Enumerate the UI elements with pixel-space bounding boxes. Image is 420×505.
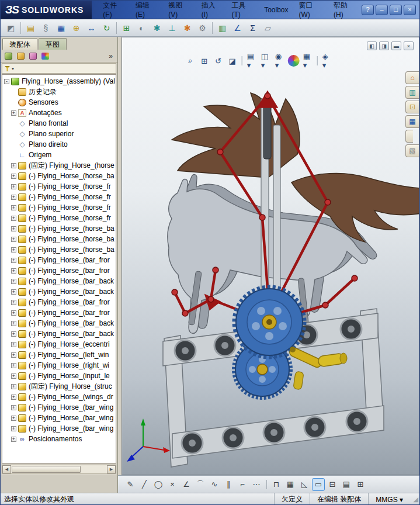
reference-geometry-icon[interactable]: ⊥ bbox=[165, 21, 179, 35]
table-icon[interactable]: ⊟ bbox=[326, 478, 339, 491]
hide-show-items-icon[interactable]: ◉ ▾ bbox=[274, 55, 286, 67]
custom-properties-icon[interactable]: ▧ bbox=[405, 144, 419, 157]
corner-rectangle-icon[interactable]: ⌐ bbox=[236, 478, 249, 491]
assembly-model[interactable] bbox=[122, 37, 419, 475]
tree-expander[interactable]: + bbox=[11, 416, 16, 421]
tree-expander[interactable]: + bbox=[11, 363, 16, 368]
tree-expander[interactable] bbox=[11, 153, 16, 158]
insert-component-icon[interactable]: ⊞ bbox=[119, 21, 134, 35]
tree-item[interactable]: + (-) Flying_Horse_(eccentri bbox=[2, 339, 116, 350]
line-icon[interactable]: ╱ bbox=[138, 478, 151, 491]
resize-grip[interactable]: ◢ bbox=[410, 496, 419, 503]
input-crank-part[interactable] bbox=[289, 347, 347, 390]
tree-expander[interactable]: + bbox=[11, 437, 16, 442]
tree-expander[interactable]: + bbox=[11, 184, 16, 189]
tree-expander[interactable] bbox=[11, 121, 16, 126]
tree-item[interactable]: 历史记录 bbox=[2, 87, 116, 97]
parallel-icon[interactable]: ∥ bbox=[222, 478, 235, 491]
tree-item[interactable]: - Flying_Horse_(assembly) (Val bbox=[2, 76, 116, 87]
view-orientation-icon[interactable]: ▤ ▾ bbox=[246, 55, 258, 67]
tree-expander[interactable]: + bbox=[11, 352, 16, 358]
filter-caret-icon[interactable]: ▾ bbox=[12, 66, 14, 71]
tree-expander[interactable]: + bbox=[11, 373, 16, 379]
tree-expander[interactable] bbox=[11, 132, 16, 137]
grid-icon[interactable]: ▦ bbox=[284, 478, 297, 491]
close-icon[interactable]: × bbox=[404, 5, 416, 15]
tree-expander[interactable]: + bbox=[11, 216, 16, 221]
tree-item[interactable]: + (-) Flying_Horse_(input_le bbox=[2, 371, 116, 381]
tree-item[interactable]: + (-) Flying_Horse_(horse_fr bbox=[2, 213, 116, 223]
tree-expander[interactable]: + bbox=[11, 331, 16, 337]
appearance-icon[interactable] bbox=[288, 55, 300, 67]
tree-expander[interactable]: + bbox=[11, 384, 16, 389]
tree-item[interactable]: + (-) Flying_Horse_(bar_fror bbox=[2, 265, 116, 276]
tree-item[interactable]: Plano superior bbox=[2, 129, 116, 139]
section-view-icon[interactable]: ◪ bbox=[227, 55, 238, 67]
tree-item[interactable]: Origem bbox=[2, 150, 116, 160]
cells-icon[interactable]: ⊞ bbox=[354, 478, 367, 491]
tree-expander[interactable] bbox=[11, 142, 16, 147]
tree-item[interactable]: + (-) Flying_Horse_(bar_wing bbox=[2, 423, 116, 434]
tree-expander[interactable]: + bbox=[11, 289, 16, 295]
tree-expander[interactable]: - bbox=[4, 79, 9, 84]
tree-expander[interactable]: + bbox=[11, 226, 16, 231]
toolbar-separator[interactable] bbox=[114, 21, 119, 35]
toolbar-separator[interactable] bbox=[19, 21, 23, 35]
tree-item[interactable]: Plano frontal bbox=[2, 118, 116, 129]
toolbar-separator[interactable] bbox=[210, 21, 214, 35]
zoom-fit-icon[interactable]: ⌕ bbox=[185, 55, 196, 67]
tree-item[interactable]: + (-) Flying_Horse_(horse_ba bbox=[2, 223, 116, 234]
resources-icon[interactable]: ⌂ bbox=[405, 71, 419, 84]
tree-expander[interactable]: + bbox=[11, 405, 16, 410]
tree-item[interactable]: + (-) Flying_Horse_(bar_back bbox=[2, 286, 116, 297]
file-explorer-icon[interactable]: ⊡ bbox=[405, 101, 419, 113]
menu-item[interactable]: 编辑(E) bbox=[130, 0, 163, 21]
zoom-area-icon[interactable]: ⊞ bbox=[199, 55, 210, 67]
tree-item[interactable]: Sensores bbox=[2, 97, 116, 108]
section-properties-icon[interactable]: ▱ bbox=[261, 21, 275, 35]
tree-item[interactable]: + (-) Flying_Horse_(horse_fr bbox=[2, 181, 116, 192]
maximize-icon[interactable]: □ bbox=[390, 5, 402, 15]
move-component-icon[interactable]: ↔ bbox=[84, 21, 99, 35]
smart-fasteners-icon[interactable]: ⊕ bbox=[69, 21, 84, 35]
tree-expander[interactable] bbox=[11, 89, 16, 95]
hud-separator[interactable] bbox=[241, 55, 244, 67]
sketchbar-separator[interactable] bbox=[264, 478, 269, 491]
menu-item[interactable]: 帮助(H) bbox=[328, 0, 362, 21]
interference-detection-icon[interactable]: ⚙ bbox=[195, 21, 210, 35]
tree-expander[interactable]: + bbox=[11, 342, 16, 347]
tree-expander[interactable]: + bbox=[11, 195, 16, 200]
minimize-doc-icon[interactable]: ◨ bbox=[379, 41, 389, 50]
tree-item[interactable]: + (-) Flying_Horse_(horse_ba bbox=[2, 234, 116, 244]
tree-item[interactable]: + (-) Flying_Horse_(horse_fr bbox=[2, 192, 116, 202]
status-units[interactable]: MMGS ▾ bbox=[368, 493, 410, 505]
tree-item[interactable]: + (-) Flying_Horse_(bar_back bbox=[2, 276, 116, 286]
tree-expander[interactable]: + bbox=[11, 237, 16, 242]
tree-item[interactable]: + (-) Flying_Horse_(wings_dr bbox=[2, 392, 116, 402]
tree-item[interactable]: + (固定) Flying_Horse_(horse bbox=[2, 160, 116, 171]
tree-item[interactable]: + (-) Flying_Horse_(left_win bbox=[2, 350, 116, 360]
exploded-view-icon[interactable]: ✱ bbox=[180, 21, 195, 35]
appearances-icon[interactable] bbox=[405, 130, 413, 143]
minimize-icon[interactable]: – bbox=[376, 5, 388, 15]
more-tools-icon[interactable]: ⋯ bbox=[250, 478, 263, 491]
feature-tree-tab-icon[interactable] bbox=[3, 51, 13, 61]
erase-icon[interactable]: × bbox=[166, 478, 179, 491]
bill-of-materials-icon[interactable]: ▥ bbox=[215, 21, 230, 35]
tree-item[interactable]: + (-) Flying_Horse_(bar_back bbox=[2, 328, 116, 339]
trim-icon[interactable]: ⊓ bbox=[270, 478, 283, 491]
scene-icon[interactable]: ▦ ▾ bbox=[302, 55, 314, 67]
arc-icon[interactable]: ⌒ bbox=[194, 478, 207, 491]
graphics-area[interactable]: ◧ ◨ ▬ × ⌕ ⊞ ↺ ◪ ▤ ▾ ◫ ▾ bbox=[122, 37, 419, 475]
mate-icon[interactable]: § bbox=[39, 21, 53, 35]
help-icon[interactable]: ? bbox=[362, 5, 374, 15]
scroll-left-icon[interactable]: ◀ bbox=[2, 465, 11, 473]
scroll-right-icon[interactable]: ▶ bbox=[107, 465, 116, 473]
view-settings-icon[interactable]: ◈ ▾ bbox=[321, 55, 333, 67]
tree-expander[interactable]: + bbox=[11, 247, 16, 252]
tree-expander[interactable]: + bbox=[11, 258, 16, 263]
tree-expander[interactable] bbox=[11, 100, 16, 105]
maximize-doc-icon[interactable]: ▬ bbox=[391, 41, 401, 50]
rotate-component-icon[interactable]: ↻ bbox=[99, 21, 114, 35]
tab-assembly[interactable]: 装配体 bbox=[2, 38, 37, 50]
